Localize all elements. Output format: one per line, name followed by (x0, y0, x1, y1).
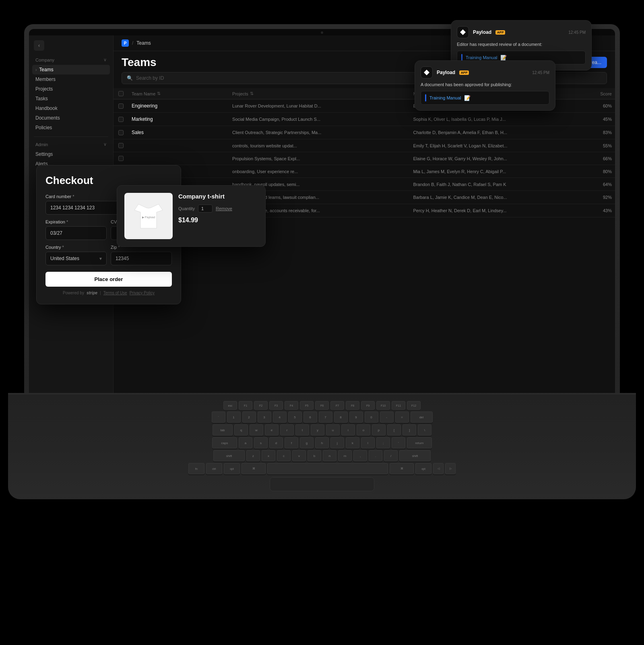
key-cmd-right: ⌘ (390, 463, 414, 474)
zip-field: Zip * (111, 245, 172, 265)
key-return: return (407, 437, 432, 449)
key-h: h (315, 437, 329, 449)
key-o: o (357, 424, 370, 436)
key-shift-left: shift (213, 450, 245, 461)
th-team-name[interactable]: Team Name ⇅ (128, 88, 229, 99)
row-checkbox[interactable] (118, 103, 124, 109)
key-0: 0 (365, 411, 378, 423)
row-checkbox[interactable] (118, 156, 124, 161)
privacy-link[interactable]: Privacy Policy (130, 291, 155, 295)
row-team-name: Engineering (128, 99, 229, 113)
country-select[interactable]: United States Canada United Kingdom (45, 252, 107, 265)
row-projects: onboarding, User experience re... (229, 165, 410, 178)
key-semicolon: ; (376, 437, 390, 449)
key-f3: F3 (269, 401, 283, 410)
row-score: 60% (593, 99, 615, 113)
key-ctrl: ctrl (206, 463, 222, 474)
key-d: d (269, 437, 283, 449)
payload-logo-icon (460, 29, 466, 35)
key-i: i (341, 424, 355, 436)
key-3: 3 (258, 411, 271, 423)
sidebar-item-policies[interactable]: Policies (32, 123, 110, 132)
expiration-field: Expiration * (45, 219, 107, 240)
key-lbracket: [ (387, 424, 401, 436)
key-l: l (361, 437, 375, 449)
notif2-doc-link[interactable]: Training Manual 📝 (421, 91, 549, 105)
table-row[interactable]: Propulsion Systems, Space Expl... Elaine… (114, 152, 615, 165)
search-placeholder: Search by ID (136, 75, 164, 81)
row-projects: Social Media Campaign, Product Launch S.… (229, 113, 410, 126)
th-checkbox (114, 88, 128, 99)
sidebar-item-documents[interactable]: Documents (32, 113, 110, 123)
search-icon: 🔍 (127, 75, 133, 81)
checkout-footer: Powered by stripe | Terms of Use Privacy… (45, 291, 172, 295)
sidebar-item-settings[interactable]: Settings (32, 149, 110, 159)
row-score: 66% (593, 152, 615, 165)
back-button[interactable]: ‹ (34, 40, 44, 51)
trackpad[interactable] (270, 477, 374, 491)
row-score: 64% (593, 178, 615, 191)
notification-2: Payload APP 12:45 PM A document has been… (415, 60, 555, 111)
notif2-header: Payload APP 12:45 PM (421, 66, 549, 79)
table-row[interactable]: Marketing Social Media Campaign, Product… (114, 113, 615, 126)
remove-button[interactable]: Remove (216, 206, 232, 211)
th-projects[interactable]: Projects ⇅ (229, 88, 410, 99)
terms-link[interactable]: Terms of Use (103, 291, 127, 295)
key-rbracket: ] (402, 424, 416, 436)
key-1: 1 (227, 411, 241, 423)
expiration-input[interactable] (45, 226, 107, 240)
admin-section-header: Admin ∨ (29, 140, 113, 149)
key-2: 2 (242, 411, 256, 423)
key-f12: F12 (407, 401, 421, 410)
key-tab: tab (213, 424, 233, 436)
sidebar-nav: › Teams Members Projects Tasks Handbook … (29, 64, 113, 133)
key-4: 4 (273, 411, 287, 423)
key-v: v (292, 450, 306, 461)
key-f1: F1 (239, 401, 252, 410)
sidebar-item-tasks[interactable]: Tasks (32, 94, 110, 103)
notif2-doc-name: Training Manual (429, 95, 461, 100)
key-f4: F4 (285, 401, 298, 410)
key-backslash: \ (418, 424, 431, 436)
key-equals: = (395, 411, 409, 423)
expiration-label: Expiration * (45, 219, 107, 224)
key-x: x (262, 450, 275, 461)
row-team-name (128, 139, 229, 152)
key-minus: - (380, 411, 394, 423)
place-order-button[interactable]: Place order (45, 272, 172, 287)
country-field: Country * United States Canada United Ki… (45, 245, 107, 265)
sidebar-item-projects[interactable]: Projects (32, 84, 110, 94)
key-g: g (300, 437, 314, 449)
row-checkbox[interactable] (118, 143, 124, 148)
row-members: Sophia K, Oliver L, Isabella G, Lucas P,… (410, 113, 593, 126)
zip-input[interactable] (111, 252, 172, 265)
row-members: Elaine G, Horace W, Garry H, Wesley R, J… (410, 152, 593, 165)
key-f9: F9 (361, 401, 375, 410)
row-checkbox[interactable] (118, 130, 124, 135)
key-w: w (250, 424, 263, 436)
sidebar-item-teams[interactable]: › Teams (32, 65, 110, 74)
notif2-time: 12:45 PM (532, 70, 549, 75)
key-slash: / (384, 450, 398, 461)
table-row[interactable]: Sales Client Outreach, Strategic Partner… (114, 126, 615, 139)
key-del: del (411, 411, 433, 423)
row-projects: Propulsion Systems, Space Expl... (229, 152, 410, 165)
row-score: 83% (593, 126, 615, 139)
sidebar-item-handbook[interactable]: Handbook (32, 103, 110, 113)
key-z: z (246, 450, 260, 461)
table-row[interactable]: controls, tourism website updat... Emily… (114, 139, 615, 152)
quantity-input[interactable] (198, 205, 213, 213)
key-shift-right: shift (399, 450, 431, 461)
key-opt-right: opt (415, 463, 431, 474)
sidebar-item-members[interactable]: Members (32, 74, 110, 84)
camera (321, 31, 323, 34)
row-score: 55% (593, 139, 615, 152)
key-cmd-left: ⌘ (242, 463, 266, 474)
table-row[interactable]: onboarding, User experience re... Mia L,… (114, 165, 615, 178)
row-projects: controls, tourism website updat... (229, 139, 410, 152)
key-backtick: ` (212, 411, 225, 423)
row-team-name (128, 152, 229, 165)
powered-by-text: Powered by (63, 291, 84, 295)
row-checkbox[interactable] (118, 117, 124, 122)
key-6: 6 (303, 411, 317, 423)
